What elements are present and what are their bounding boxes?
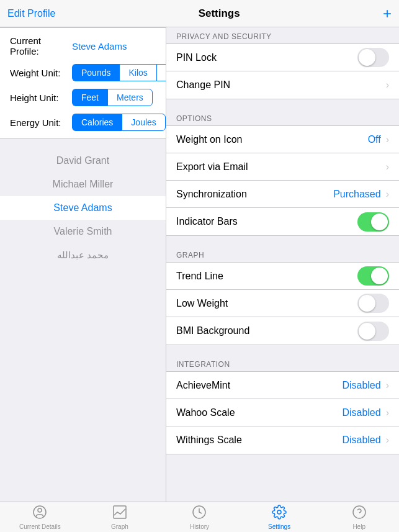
indicator-bars-label: Indicator Bars bbox=[176, 216, 357, 227]
bmi-background-label: BMI Background bbox=[176, 325, 357, 336]
top-header: Edit Profile Settings + bbox=[0, 0, 399, 27]
weight-unit-label: Weight Unit: bbox=[10, 68, 72, 78]
tab-settings[interactable]: Settings bbox=[240, 502, 320, 532]
profile-item-david-grant[interactable]: David Grant bbox=[0, 149, 166, 173]
wahoo-scale-value: Disabled bbox=[342, 407, 380, 418]
current-profile-label: Current Profile: bbox=[10, 35, 72, 56]
spacer-1 bbox=[166, 99, 399, 109]
achievemint-label: AchieveMint bbox=[176, 380, 342, 391]
profile-item-steve-adams[interactable]: Steve Adams bbox=[0, 196, 166, 220]
withings-scale-value: Disabled bbox=[342, 435, 380, 446]
settings-row-export-email[interactable]: Export via Email › bbox=[166, 153, 399, 181]
settings-group-graph: Trend Line Low Weight BMI Background bbox=[166, 262, 399, 345]
settings-group-privacy: PIN Lock Change PIN › bbox=[166, 43, 399, 99]
energy-unit-label: Energy Unit: bbox=[10, 117, 72, 128]
withings-scale-label: Withings Scale bbox=[176, 435, 342, 446]
energy-unit-joules[interactable]: Joules bbox=[122, 114, 165, 131]
profiles-list: David Grant Michael Miller Steve Adams V… bbox=[0, 139, 166, 502]
change-pin-chevron: › bbox=[386, 79, 389, 91]
weight-on-icon-label: Weight on Icon bbox=[176, 134, 368, 145]
height-unit-label: Height Unit: bbox=[10, 92, 72, 103]
tab-help[interactable]: Help bbox=[319, 502, 399, 532]
synchronization-label: Synchronization bbox=[176, 189, 333, 200]
spacer-3 bbox=[166, 345, 399, 355]
tab-history[interactable]: History bbox=[159, 502, 240, 532]
energy-unit-calories[interactable]: Calories bbox=[72, 114, 122, 131]
tab-bar: Current Details Graph History Settings bbox=[0, 502, 399, 532]
bmi-background-toggle[interactable] bbox=[357, 322, 389, 341]
energy-unit-buttons: Calories Joules bbox=[72, 114, 166, 131]
clock-icon bbox=[192, 505, 207, 522]
profile-item-valerie-smith[interactable]: Valerie Smith bbox=[0, 220, 166, 243]
tab-graph[interactable]: Graph bbox=[80, 502, 160, 532]
export-email-chevron: › bbox=[386, 161, 389, 173]
settings-group-options: Weight on Icon Off › Export via Email › … bbox=[166, 125, 399, 236]
svg-point-1 bbox=[38, 508, 42, 512]
settings-row-synchronization[interactable]: Synchronization Purchased › bbox=[166, 181, 399, 208]
weight-on-icon-value: Off bbox=[368, 134, 381, 145]
gear-icon bbox=[272, 505, 287, 522]
wahoo-scale-chevron: › bbox=[386, 407, 389, 418]
section-header-privacy: PRIVACY AND SECURITY bbox=[166, 27, 399, 43]
synchronization-value: Purchased bbox=[333, 189, 381, 200]
pin-lock-label: PIN Lock bbox=[176, 52, 357, 63]
page-title: Settings bbox=[55, 7, 383, 20]
energy-unit-row: Energy Unit: Calories Joules bbox=[10, 114, 156, 131]
svg-rect-2 bbox=[114, 506, 126, 518]
settings-row-pin-lock[interactable]: PIN Lock bbox=[166, 44, 399, 71]
weight-unit-stones[interactable]: Stones bbox=[156, 64, 166, 81]
settings-row-change-pin[interactable]: Change PIN › bbox=[166, 71, 399, 99]
profile-item-michael-miller[interactable]: Michael Miller bbox=[0, 173, 166, 196]
profile-section: Current Profile: Steve Adams Weight Unit… bbox=[0, 27, 166, 139]
left-panel: Current Profile: Steve Adams Weight Unit… bbox=[0, 27, 166, 502]
tab-settings-label: Settings bbox=[268, 523, 290, 530]
current-profile-value: Steve Adams bbox=[72, 41, 127, 52]
right-panel: PRIVACY AND SECURITY PIN Lock Change PIN… bbox=[166, 27, 399, 502]
achievemint-value: Disabled bbox=[342, 380, 380, 391]
settings-row-withings-scale[interactable]: Withings Scale Disabled › bbox=[166, 426, 399, 454]
height-unit-meters[interactable]: Meters bbox=[107, 89, 153, 106]
tab-current-details-label: Current Details bbox=[19, 523, 61, 530]
main-content: Current Profile: Steve Adams Weight Unit… bbox=[0, 27, 399, 502]
section-header-graph: GRAPH bbox=[166, 246, 399, 262]
trend-line-toggle[interactable] bbox=[357, 266, 389, 286]
weight-unit-pounds[interactable]: Pounds bbox=[72, 64, 119, 81]
settings-row-achievemint[interactable]: AchieveMint Disabled › bbox=[166, 372, 399, 399]
pin-lock-toggle[interactable] bbox=[357, 48, 389, 67]
profile-item-arabic[interactable]: محمد عبدالله bbox=[0, 243, 166, 267]
settings-row-weight-on-icon[interactable]: Weight on Icon Off › bbox=[166, 126, 399, 153]
height-unit-row: Height Unit: Feet Meters bbox=[10, 89, 156, 106]
withings-scale-chevron: › bbox=[386, 435, 389, 446]
tab-history-label: History bbox=[190, 523, 209, 530]
person-circle-icon bbox=[32, 505, 47, 522]
edit-profile-button[interactable]: Edit Profile bbox=[7, 8, 55, 19]
weight-unit-kilos[interactable]: Kilos bbox=[119, 64, 156, 81]
question-circle-icon bbox=[352, 505, 367, 522]
settings-row-wahoo-scale[interactable]: Wahoo Scale Disabled › bbox=[166, 399, 399, 426]
add-button[interactable]: + bbox=[383, 6, 392, 21]
chart-icon bbox=[112, 505, 127, 522]
current-profile-row: Current Profile: Steve Adams bbox=[10, 35, 156, 56]
weight-unit-row: Weight Unit: Pounds Kilos Stones bbox=[10, 64, 156, 81]
spacer-4 bbox=[166, 454, 399, 464]
spacer-2 bbox=[166, 236, 399, 246]
settings-row-low-weight[interactable]: Low Weight bbox=[166, 290, 399, 317]
wahoo-scale-label: Wahoo Scale bbox=[176, 407, 342, 418]
svg-point-4 bbox=[277, 510, 281, 514]
weight-on-icon-chevron: › bbox=[386, 134, 389, 145]
indicator-bars-toggle[interactable] bbox=[357, 212, 389, 232]
low-weight-toggle[interactable] bbox=[357, 294, 389, 313]
tab-graph-label: Graph bbox=[111, 523, 128, 530]
height-unit-feet[interactable]: Feet bbox=[72, 89, 107, 106]
weight-unit-buttons: Pounds Kilos Stones bbox=[72, 64, 166, 81]
trend-line-label: Trend Line bbox=[176, 271, 357, 282]
settings-row-indicator-bars[interactable]: Indicator Bars bbox=[166, 208, 399, 235]
svg-point-5 bbox=[353, 506, 365, 518]
settings-row-bmi-background[interactable]: BMI Background bbox=[166, 317, 399, 345]
settings-row-trend-line[interactable]: Trend Line bbox=[166, 263, 399, 290]
tab-current-details[interactable]: Current Details bbox=[0, 502, 80, 532]
synchronization-chevron: › bbox=[386, 189, 389, 200]
change-pin-label: Change PIN bbox=[176, 79, 386, 91]
section-header-options: OPTIONS bbox=[166, 109, 399, 125]
section-header-integration: INTEGRATION bbox=[166, 355, 399, 371]
